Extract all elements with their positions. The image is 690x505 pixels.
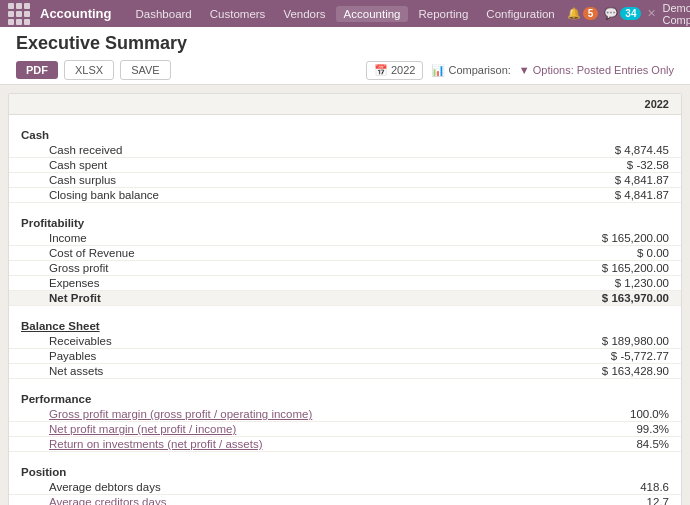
- column-header-row: 2022: [9, 94, 681, 115]
- pdf-button[interactable]: PDF: [16, 61, 58, 79]
- comparison-label[interactable]: 📊 Comparison:: [431, 64, 510, 77]
- row-avg-debtors: Average debtors days 418.6: [9, 480, 681, 495]
- menu-configuration[interactable]: Configuration: [478, 6, 562, 22]
- row-cash-surplus: Cash surplus $ 4,841.87: [9, 173, 681, 188]
- row-gross-profit: Gross profit $ 165,200.00: [9, 261, 681, 276]
- report-table: 2022 Cash Cash received $ 4,874.45 Cash …: [8, 93, 682, 505]
- calendar-icon: 📅: [374, 64, 388, 77]
- brand-name[interactable]: Accounting: [40, 6, 112, 21]
- row-payables: Payables $ -5,772.77: [9, 349, 681, 364]
- main-menu: Dashboard Customers Vendors Accounting R…: [128, 6, 563, 22]
- row-cash-spent: Cash spent $ -32.58: [9, 158, 681, 173]
- row-receivables: Receivables $ 189,980.00: [9, 334, 681, 349]
- menu-reporting[interactable]: Reporting: [410, 6, 476, 22]
- row-gross-margin[interactable]: Gross profit margin (gross profit / oper…: [9, 407, 681, 422]
- page-title: Executive Summary: [16, 33, 674, 54]
- toolbar: PDF XLSX SAVE 📅 2022 📊 Comparison: ▼ Opt…: [16, 60, 674, 80]
- row-cost-of-revenue: Cost of Revenue $ 0.00: [9, 246, 681, 261]
- top-navigation: Accounting Dashboard Customers Vendors A…: [0, 0, 690, 27]
- bell-badge[interactable]: 🔔 5: [567, 7, 599, 20]
- xlsx-button[interactable]: XLSX: [64, 60, 114, 80]
- chat-badge[interactable]: 💬 34: [604, 7, 641, 20]
- chat-count: 34: [620, 7, 641, 20]
- row-net-assets: Net assets $ 163,428.90: [9, 364, 681, 379]
- nav-separator: ✕: [647, 7, 656, 20]
- section-position-title: Position: [9, 460, 681, 480]
- row-income: Income $ 165,200.00: [9, 231, 681, 246]
- filter-bar: 📅 2022 📊 Comparison: ▼ Options: Posted E…: [366, 61, 674, 80]
- col-year-header: 2022: [549, 98, 669, 110]
- company-name[interactable]: Demo Company: [662, 2, 690, 26]
- row-closing-balance: Closing bank balance $ 4,841.87: [9, 188, 681, 203]
- row-return-on-investments[interactable]: Return on investments (net profit / asse…: [9, 437, 681, 452]
- top-right-controls: 🔔 5 💬 34 ✕ Demo Company Mitchell Admi: [567, 2, 690, 26]
- year-label: 2022: [391, 64, 415, 76]
- chat-icon: 💬: [604, 7, 618, 20]
- row-net-profit: Net Profit $ 163,970.00: [9, 291, 681, 306]
- menu-vendors[interactable]: Vendors: [275, 6, 333, 22]
- section-cash-title: Cash: [9, 123, 681, 143]
- bell-icon: 🔔: [567, 7, 581, 20]
- bar-chart-icon: 📊: [431, 64, 445, 77]
- row-avg-creditors[interactable]: Average creditors days 12.7: [9, 495, 681, 505]
- year-filter[interactable]: 📅 2022: [366, 61, 423, 80]
- bell-count: 5: [583, 7, 599, 20]
- section-performance-title: Performance: [9, 387, 681, 407]
- row-cash-received: Cash received $ 4,874.45: [9, 143, 681, 158]
- app-grid-icon[interactable]: [8, 3, 30, 25]
- menu-accounting[interactable]: Accounting: [336, 6, 409, 22]
- menu-customers[interactable]: Customers: [202, 6, 274, 22]
- save-button[interactable]: SAVE: [120, 60, 171, 80]
- page-header: Executive Summary PDF XLSX SAVE 📅 2022 📊…: [0, 27, 690, 85]
- row-net-margin[interactable]: Net profit margin (net profit / income) …: [9, 422, 681, 437]
- menu-dashboard[interactable]: Dashboard: [128, 6, 200, 22]
- row-expenses: Expenses $ 1,230.00: [9, 276, 681, 291]
- section-balance-sheet-title: Balance Sheet: [9, 314, 681, 334]
- section-profitability-title: Profitability: [9, 211, 681, 231]
- options-filter[interactable]: ▼ Options: Posted Entries Only: [519, 64, 674, 76]
